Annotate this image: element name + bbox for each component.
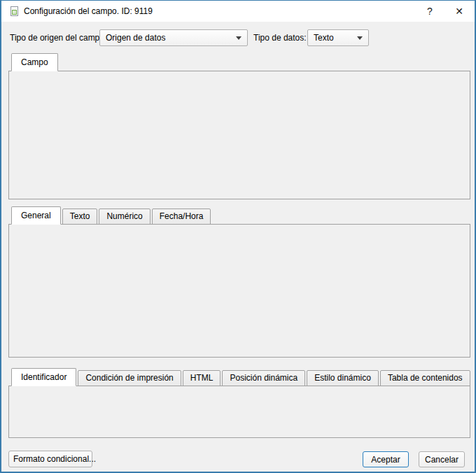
cancel-button[interactable]: Cancelar: [419, 451, 465, 467]
tab-numerico[interactable]: Numérico: [99, 209, 150, 225]
help-button[interactable]: ?: [419, 1, 441, 22]
tab-tabla-contenidos[interactable]: Tabla de contenidos: [380, 370, 470, 386]
tab-identificador[interactable]: Identificador: [11, 368, 76, 386]
tab-posicion-dinamica[interactable]: Posición dinámica: [222, 370, 305, 386]
campo-panel: [8, 71, 470, 199]
field-source-type-label: Tipo de origen del campo:: [10, 29, 106, 46]
campo-tabbar: Campo: [11, 53, 59, 71]
title-bar[interactable]: Configuración del campo. ID: 9119 ? ✕: [1, 1, 475, 22]
chevron-down-icon: [236, 36, 241, 40]
identifier-tabbar: Identificador Condición de impresión HTM…: [11, 368, 472, 386]
conditional-format-button[interactable]: Formato condicional...: [8, 451, 92, 467]
field-source-type-select[interactable]: Origen de datos: [99, 29, 248, 46]
data-type-value: Texto: [314, 33, 334, 43]
tab-fecha-hora[interactable]: Fecha/Hora: [152, 209, 211, 225]
tab-condicion-impresion[interactable]: Condición de impresión: [78, 370, 181, 386]
general-panel: [8, 224, 470, 358]
tab-campo[interactable]: Campo: [11, 53, 58, 71]
tab-texto[interactable]: Texto: [62, 209, 98, 225]
window-title: Configuración del campo. ID: 9119: [24, 1, 153, 22]
data-type-label: Tipo de datos:: [253, 29, 307, 46]
format-tabbar: General Texto Numérico Fecha/Hora: [11, 206, 212, 225]
field-settings-dialog: Configuración del campo. ID: 9119 ? ✕ Ti…: [0, 0, 476, 473]
chevron-down-icon: [357, 36, 363, 40]
close-button[interactable]: ✕: [448, 1, 470, 22]
data-type-select[interactable]: Texto: [307, 29, 369, 46]
tab-general[interactable]: General: [11, 206, 61, 225]
tab-html[interactable]: HTML: [183, 370, 221, 386]
field-source-type-value: Origen de datos: [106, 33, 165, 43]
identifier-panel: [8, 386, 470, 438]
app-icon: [8, 6, 20, 17]
tab-estilo-dinamico[interactable]: Estilo dinámico: [307, 370, 379, 386]
accept-button[interactable]: Aceptar: [363, 451, 409, 467]
